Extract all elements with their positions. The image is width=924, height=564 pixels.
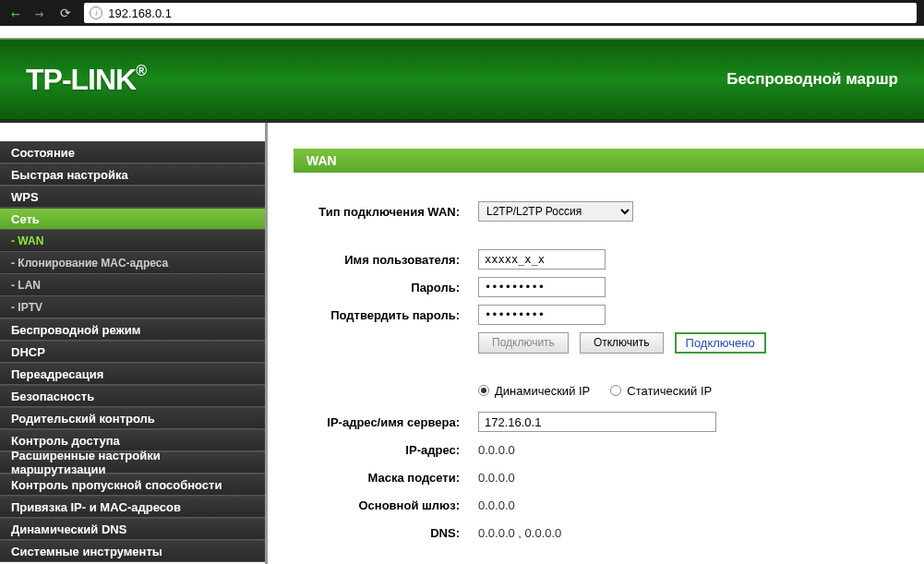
sidebar-subitem[interactable]: - Клонирование MAC-адреса	[0, 252, 265, 274]
select-conn-type[interactable]: L2TP/L2TP Россия	[478, 201, 633, 222]
input-confirm-password[interactable]	[478, 305, 606, 325]
input-username[interactable]	[478, 249, 606, 270]
header-banner: TP-LINK® Беспроводной маршр	[0, 39, 924, 120]
sidebar-item[interactable]: Безопасность	[0, 385, 265, 407]
sidebar-item[interactable]: Расширенные настройки маршрутизации	[0, 451, 265, 474]
url-text: 192.168.0.1	[108, 6, 172, 20]
connection-status: Подключено	[675, 332, 766, 354]
radio-dynamic-ip[interactable]: Динамический IP	[478, 384, 590, 398]
sidebar-subitem[interactable]: - WAN	[0, 230, 265, 252]
label-conn-type: Тип подключения WAN:	[294, 205, 478, 219]
reload-button[interactable]: ⟳	[54, 6, 77, 20]
connect-button[interactable]: Подключить	[478, 332, 569, 354]
sidebar-item[interactable]: Беспроводной режим	[0, 318, 265, 341]
sidebar-item[interactable]: Состояние	[0, 141, 265, 163]
value-mask: 0.0.0.0	[478, 471, 515, 485]
address-bar[interactable]: i 192.168.0.1	[84, 3, 917, 23]
sidebar-item[interactable]: Системные инструменты	[0, 540, 265, 562]
sidebar-item[interactable]: Контроль пропускной способности	[0, 474, 265, 496]
browser-toolbar: ← → ⟳ i 192.168.0.1	[0, 0, 924, 26]
disconnect-button[interactable]: Отключить	[580, 332, 664, 354]
label-server: IP-адрес/имя сервера:	[294, 415, 478, 429]
forward-button[interactable]: →	[31, 5, 48, 22]
input-password[interactable]	[478, 277, 606, 297]
input-server[interactable]	[478, 412, 716, 432]
sidebar-item[interactable]: DHCP	[0, 341, 265, 363]
sidebar-item[interactable]: Привязка IP- и MAC-адресов	[0, 496, 265, 518]
label-confirm: Подтвердить пароль:	[294, 308, 478, 322]
radio-icon	[478, 385, 489, 396]
label-username: Имя пользователя:	[294, 253, 478, 267]
sidebar-item[interactable]: Переадресация	[0, 363, 265, 385]
sidebar-item[interactable]: Сеть	[0, 208, 265, 230]
label-ip: IP-адрес:	[294, 443, 478, 457]
info-icon: i	[90, 6, 102, 19]
sidebar-subitem[interactable]: - LAN	[0, 274, 265, 296]
label-dns: DNS:	[294, 526, 478, 540]
label-mask: Маска подсети:	[294, 471, 478, 485]
sidebar-subitem[interactable]: - IPTV	[0, 296, 265, 318]
separator	[0, 26, 924, 39]
radio-static-ip[interactable]: Статический IP	[610, 384, 712, 398]
radio-icon	[610, 385, 621, 396]
label-password: Пароль:	[294, 281, 478, 294]
sidebar-item[interactable]: Динамический DNS	[0, 518, 265, 540]
value-dns: 0.0.0.0 , 0.0.0.0	[478, 526, 561, 540]
brand-logo: TP-LINK®	[26, 63, 146, 97]
page-title: WAN	[294, 149, 924, 173]
label-gateway: Основной шлюз:	[294, 498, 478, 512]
value-gateway: 0.0.0.0	[478, 498, 515, 512]
sidebar-item[interactable]: WPS	[0, 186, 265, 208]
value-ip: 0.0.0.0	[478, 443, 515, 457]
sidebar: СостояниеБыстрая настройкаWPSСеть- WAN- …	[0, 123, 268, 564]
sidebar-item[interactable]: Быстрая настройка	[0, 163, 265, 186]
brand-tagline: Беспроводной маршр	[726, 70, 898, 89]
main-panel: WAN Тип подключения WAN: L2TP/L2TP Росси…	[268, 123, 924, 564]
sidebar-item[interactable]: Родительский контроль	[0, 407, 265, 429]
back-button[interactable]: ←	[7, 5, 24, 22]
